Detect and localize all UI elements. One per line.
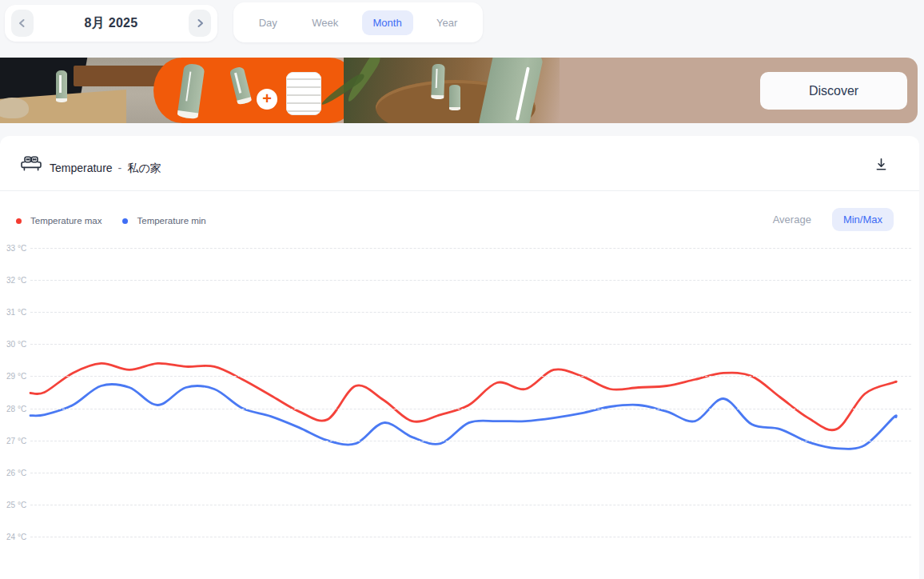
average-button[interactable]: Average <box>762 208 822 231</box>
gridline-29 <box>30 376 911 377</box>
tab-month[interactable]: Month <box>362 10 413 35</box>
y-axis-label-31: 31 °C <box>6 308 26 317</box>
gridline-26 <box>30 473 911 473</box>
couch-icon <box>21 155 42 173</box>
y-axis-label-24: 24 °C <box>6 532 26 541</box>
download-button[interactable] <box>874 157 889 174</box>
legend-item-temperature-min: Temperature min <box>122 216 205 226</box>
legend-label: Temperature max <box>30 216 102 226</box>
next-month-button[interactable] <box>189 10 211 37</box>
tab-day[interactable]: Day <box>248 10 289 35</box>
card-title: Temperature-私の家 <box>50 162 161 176</box>
gridline-31 <box>30 312 911 313</box>
legend-item-temperature-max: Temperature max <box>16 216 102 226</box>
chart-legend: Temperature maxTemperature min <box>16 216 206 226</box>
gridline-24 <box>30 537 911 537</box>
y-axis-label-28: 28 °C <box>6 404 26 413</box>
card-title-location: 私の家 <box>127 162 161 174</box>
legend-dot-temperature-max <box>16 218 22 224</box>
page: 8月 2025 DayWeekMonthYear + <box>0 0 924 579</box>
tab-week[interactable]: Week <box>301 10 349 35</box>
weather-station-device <box>56 70 67 102</box>
period-tabs: DayWeekMonthYear <box>233 2 483 42</box>
y-axis-label-29: 29 °C <box>6 372 26 381</box>
y-axis-label-26: 26 °C <box>6 468 26 477</box>
plus-icon: + <box>257 89 277 110</box>
y-axis-label-30: 30 °C <box>6 340 26 349</box>
temperature-card: Temperature-私の家 Temperature maxTemperatu… <box>0 136 919 579</box>
outdoor-module-device <box>449 85 460 110</box>
date-navigator: 8月 2025 <box>5 5 217 42</box>
discover-button[interactable]: Discover <box>760 72 907 110</box>
rain-gauge-device <box>286 72 321 115</box>
banner-bowl <box>0 98 29 118</box>
indoor-module-device <box>177 63 205 120</box>
top-bar: 8月 2025 DayWeekMonthYear <box>0 0 924 58</box>
minmax-button[interactable]: Min/Max <box>832 208 894 231</box>
series-line-temperature-max <box>30 363 896 429</box>
card-header: Temperature-私の家 <box>0 136 919 190</box>
prev-month-button[interactable] <box>11 10 34 37</box>
legend-dot-temperature-min <box>122 218 128 224</box>
gridline-25 <box>30 505 911 505</box>
y-axis-label-27: 27 °C <box>6 436 26 445</box>
chevron-right-icon <box>194 18 205 29</box>
temperature-chart-svg <box>0 240 919 579</box>
temperature-plot: 33 °C32 °C31 °C30 °C29 °C28 °C27 °C26 °C… <box>0 240 919 579</box>
gridline-33 <box>30 248 911 249</box>
series-line-temperature-min <box>30 384 896 449</box>
legend-row: Temperature maxTemperature min Average M… <box>0 211 919 238</box>
gridline-30 <box>30 344 911 345</box>
mode-switch: Average Min/Max <box>762 208 894 231</box>
y-axis-label-25: 25 °C <box>6 500 26 509</box>
gridline-32 <box>30 280 911 281</box>
card-title-measure: Temperature <box>50 162 113 174</box>
weather-station-device <box>431 64 445 100</box>
download-icon <box>874 157 889 172</box>
gridline-28 <box>30 409 911 409</box>
legend-label: Temperature min <box>137 216 205 226</box>
outdoor-module-device <box>229 66 253 106</box>
header-divider <box>0 190 919 191</box>
y-axis-label-32: 32 °C <box>6 276 26 285</box>
banner-orange-panel: + <box>153 58 358 123</box>
current-month-label: 8月 2025 <box>84 15 137 32</box>
tab-year[interactable]: Year <box>425 10 468 35</box>
chevron-left-icon <box>17 18 28 29</box>
y-axis-label-33: 33 °C <box>6 244 26 253</box>
card-title-separator: - <box>118 162 122 174</box>
gridline-27 <box>30 441 911 441</box>
promo-banner[interactable]: + Discover <box>0 58 918 123</box>
